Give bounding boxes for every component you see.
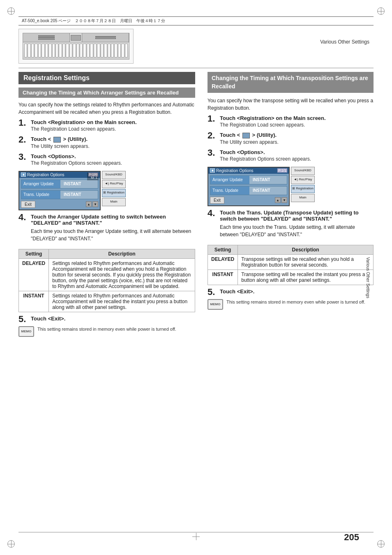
key: [114, 44, 117, 58]
right-step-4-content: Touch the Trans. Update (Transpose Updat…: [220, 210, 374, 242]
corner-mark-bl: [7, 540, 15, 548]
right-screen-up-arrow[interactable]: ▲: [275, 197, 281, 203]
right-step-5-title: Touch <Exit>.: [220, 288, 374, 295]
screen-titlebar-left: ▣ Registration Options: [21, 173, 65, 177]
right-sidebar-btn-rec[interactable]: ◄) Rec/Play: [291, 176, 315, 184]
key: [125, 44, 128, 58]
right-memo-box: MEMO This setting remains stored in memo…: [208, 299, 374, 310]
right-step-3-sub: The Registration Options screen appears.: [220, 156, 374, 162]
left-settings-table: Setting Description DELAYED Settings rel…: [18, 249, 195, 312]
right-step-2: 2. Touch < > (Utility). The Utility scre…: [208, 132, 374, 147]
right-sidebar-btn-main[interactable]: Main: [291, 194, 315, 202]
screen-row-2-label: Trans. Update: [21, 191, 60, 199]
left-intro-text: You can specify how the settings related…: [18, 101, 195, 116]
screen-main: ▣ Registration Options P.1/1 J=130M: 1 A…: [18, 171, 101, 210]
right-screen-row-1[interactable]: Arranger Update INSTANT: [210, 175, 287, 184]
right-table-row-instant: INSTANT Transpose setting will be recall…: [208, 269, 374, 285]
right-sidebar-btn-registration[interactable]: ⊞ Registration: [291, 185, 315, 193]
sidebar-btn-rec[interactable]: ◄) Rec/Play: [102, 180, 126, 188]
key: [42, 44, 44, 58]
step-3-title: Touch <Options>.: [31, 153, 195, 159]
right-table-col1-header: Setting: [208, 245, 238, 254]
screen-exit-button[interactable]: Exit: [21, 201, 35, 208]
key: [66, 44, 69, 58]
right-step-1-number: 1.: [208, 114, 220, 123]
kb-panel-1: [23, 33, 70, 42]
right-screen-exit-button[interactable]: Exit: [210, 197, 224, 204]
screen-row-1-label: Arranger Update: [21, 180, 60, 188]
right-step-4: 4. Touch the Trans. Update (Transpose Up…: [208, 210, 374, 242]
right-step-3-content: Touch <Options>. The Registration Option…: [220, 149, 374, 164]
right-step-2-content: Touch < > (Utility). The Utility screen …: [220, 132, 374, 147]
bottom-rule: [18, 532, 374, 532]
bottom-crosshair: [192, 533, 200, 540]
memo-icon-left: MEMO: [18, 326, 34, 337]
main-content: Registration Settings Changing the Timin…: [18, 72, 374, 532]
corner-mark-br: [377, 540, 385, 548]
right-column: Changing the Timing at Which Transpositi…: [208, 72, 374, 310]
top-section-rule: [18, 68, 374, 68]
right-step-4-title: Touch the Trans. Update (Transpose Updat…: [220, 210, 374, 222]
header-meta-text: AT-500_e.book 205 ページ ２００８年７月２８日 月曜日 午後４…: [18, 18, 168, 24]
screen-row-1[interactable]: Arranger Update INSTANT: [21, 180, 98, 189]
right-screen-title-icon: ▣: [210, 168, 215, 173]
right-step-3-title: Touch <Options>.: [220, 149, 374, 155]
key: [69, 44, 72, 58]
step-4-number: 4.: [18, 213, 31, 222]
key: [24, 44, 27, 58]
sidebar-btn-sound[interactable]: Sound/KBD: [102, 171, 126, 179]
key: [90, 44, 93, 58]
step-4-content: Touch the Arranger Update setting to swi…: [31, 214, 195, 246]
step-2-content: Touch < > (Utility). The Utility screen …: [31, 136, 195, 151]
screen-bottom: Exit ▲ ▼: [21, 201, 98, 208]
left-screen-mockup: ▣ Registration Options P.1/1 J=130M: 1 A…: [18, 171, 195, 210]
keyboard-image: [23, 33, 129, 60]
sidebar-btn-registration[interactable]: ⊞ Registration: [102, 189, 126, 197]
screen-row-1-value: INSTANT: [60, 182, 81, 186]
step-3-sub: The Registration Options screen appears.: [31, 160, 195, 166]
header-bar: AT-500_e.book 205 ページ ２００８年７月２８日 月曜日 午後４…: [18, 16, 374, 25]
section-title: Registration Settings: [18, 72, 195, 84]
right-table-instant-name: INSTANT: [208, 269, 238, 285]
right-screen-main: ▣ Registration Options P.1/1 Arranger Up…: [208, 167, 290, 206]
right-step-1-title: Touch <Registration> on the Main screen.: [220, 115, 374, 121]
key: [45, 44, 48, 58]
subsection-title: Changing the Timing at Which Arranger Se…: [18, 88, 195, 98]
right-step-1-sub: The Registration Load screen appears.: [220, 122, 374, 128]
right-step-2-sub: The Utility screen appears.: [220, 139, 374, 145]
step-5-number: 5.: [18, 315, 31, 324]
key: [28, 44, 30, 58]
key: [118, 44, 121, 58]
right-screen-row-2[interactable]: Trans. Update INSTANT: [210, 186, 287, 195]
screen-down-arrow[interactable]: ▼: [92, 201, 98, 207]
screen-arrows: ▲ ▼: [86, 201, 98, 207]
right-screen-mockup: ▣ Registration Options P.1/1 Arranger Up…: [208, 167, 374, 206]
right-screen-down-arrow[interactable]: ▼: [281, 197, 287, 203]
screen-row-2[interactable]: Trans. Update INSTANT: [21, 190, 98, 199]
key: [104, 44, 107, 58]
memo-icon-right: MEMO: [208, 299, 223, 310]
sidebar-btn-main[interactable]: Main: [102, 198, 126, 206]
key: [52, 44, 55, 58]
screen-up-arrow[interactable]: ▲: [86, 201, 92, 207]
right-sidebar-btn-sound[interactable]: Sound/KBD: [291, 167, 315, 175]
right-table-delayed-desc: Transpose settings will be recalled when…: [238, 254, 374, 269]
step-5-title: Touch <Exit>.: [31, 315, 195, 322]
left-memo-box: MEMO This setting remains stored in memo…: [18, 326, 195, 337]
kb-panel-2: [82, 33, 129, 42]
screen-row-2-value: INSTANT: [60, 192, 81, 197]
screen-title: Registration Options: [27, 173, 65, 177]
screen-title-icon: ▣: [21, 173, 26, 177]
right-screen-titlebar-left: ▣ Registration Options: [210, 168, 254, 173]
key: [121, 44, 124, 58]
page-number: 205: [344, 532, 359, 543]
key: [94, 44, 97, 58]
step-4-sub: Each time you touch the Arranger Update …: [31, 228, 195, 242]
key: [73, 44, 76, 58]
table-col1-header: Setting: [19, 249, 49, 258]
table-instant-name: INSTANT: [19, 291, 49, 312]
key: [97, 44, 100, 58]
right-screen-row-2-label: Trans. Update: [210, 187, 249, 195]
key: [48, 44, 51, 58]
key: [55, 44, 58, 58]
